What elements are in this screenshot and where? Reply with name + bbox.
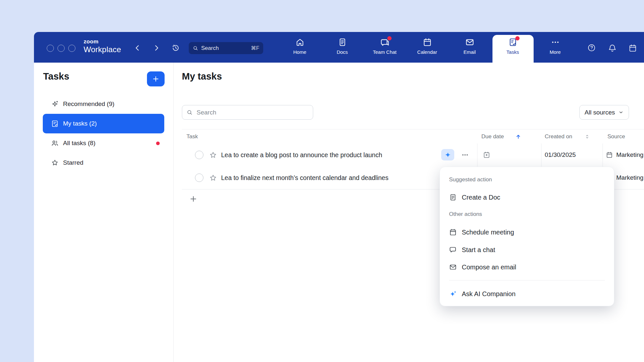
window-control[interactable] — [47, 45, 54, 52]
add-due-date-icon[interactable] — [483, 151, 491, 159]
notification-dot — [387, 36, 392, 40]
suggested-actions-menu: Suggested action Create a Doc Other acti… — [440, 167, 614, 306]
people-icon — [51, 139, 59, 147]
ai-sparkle-icon — [444, 151, 451, 158]
notification-dot — [515, 36, 520, 40]
nav-more[interactable]: More — [535, 32, 575, 63]
ai-sparkle-icon — [449, 290, 457, 298]
menu-item-ask-ai-companion[interactable]: Ask AI Companion — [449, 287, 607, 301]
window-control[interactable] — [57, 45, 65, 52]
search-icon — [193, 45, 198, 51]
star-icon — [51, 159, 59, 167]
logo-workplace-text: Workplace — [84, 46, 121, 53]
back-chevron-icon[interactable] — [133, 44, 142, 52]
sidebar-item-label: All tasks (8) — [63, 140, 95, 147]
sidebar-item-recommended[interactable]: Recommended (9) — [43, 94, 164, 114]
sort-toggle-icon[interactable] — [584, 134, 590, 140]
column-header-due-date[interactable]: Due date — [481, 133, 504, 140]
help-icon[interactable] — [587, 43, 596, 52]
sources-filter-dropdown[interactable]: All sources — [579, 105, 629, 120]
task-source-label: Marketing — [616, 174, 643, 181]
sort-ascending-icon[interactable] — [515, 133, 522, 140]
forward-chevron-icon[interactable] — [152, 44, 161, 52]
new-task-plus-button[interactable] — [189, 195, 198, 203]
global-search-placeholder: Search — [201, 45, 219, 52]
team-chat-icon — [380, 38, 390, 47]
sidebar-item-my-tasks[interactable]: My tasks (2) — [43, 114, 164, 133]
sources-filter-label: All sources — [585, 109, 615, 116]
nav-label: Home — [293, 49, 306, 55]
nav-label: More — [550, 49, 561, 55]
sidebar-item-starred[interactable]: Starred — [43, 153, 164, 173]
page-title: My tasks — [182, 71, 222, 82]
window-control[interactable] — [68, 45, 75, 52]
task-checkbox[interactable] — [195, 151, 203, 159]
calendar-icon — [423, 38, 432, 47]
doc-icon — [449, 193, 457, 201]
nav-home[interactable]: Home — [280, 32, 320, 63]
task-search-input[interactable] — [196, 109, 309, 116]
calendar-icon[interactable] — [628, 44, 637, 53]
docs-icon — [338, 38, 347, 47]
ai-companion-button[interactable] — [441, 149, 454, 160]
nav-calendar[interactable]: Calendar — [407, 32, 447, 63]
global-search[interactable]: Search ⌘F — [189, 42, 263, 54]
notification-dot — [156, 142, 160, 145]
logo-zoom-text: zoom — [84, 39, 121, 44]
sidebar-item-label: My tasks (2) — [63, 120, 97, 127]
menu-item-label: Start a chat — [462, 246, 495, 254]
menu-item-schedule-meeting[interactable]: Schedule meeting — [449, 225, 607, 239]
menu-item-label: Schedule meeting — [462, 229, 514, 236]
topbar: zoom Workplace Search ⌘F — [34, 32, 644, 63]
sparkles-icon — [51, 100, 59, 108]
calendar-icon — [449, 228, 457, 236]
nav-tasks[interactable]: Tasks — [492, 32, 533, 63]
nav-team-chat[interactable]: Team Chat — [364, 32, 405, 63]
menu-section-header: Other actions — [449, 211, 482, 218]
column-header-source[interactable]: Source — [607, 133, 625, 140]
nav-label: Calendar — [417, 49, 437, 55]
calendar-icon — [606, 151, 613, 158]
task-source[interactable]: Marketing — [606, 143, 644, 166]
menu-item-label: Ask AI Companion — [462, 290, 516, 298]
sidebar: Tasks Recommended (9) — [34, 63, 174, 362]
menu-item-label: Compose an email — [462, 264, 516, 271]
add-task-button[interactable] — [147, 71, 165, 86]
plus-icon — [152, 75, 160, 83]
task-title: Lea to finalize next month’s content cal… — [221, 166, 388, 189]
envelope-icon — [449, 263, 457, 271]
menu-divider — [449, 280, 605, 280]
table-header: Task Due date Created on Source — [182, 129, 644, 144]
sidebar-item-all-tasks[interactable]: All tasks (8) — [43, 133, 164, 153]
home-icon — [295, 38, 305, 47]
nav-email[interactable]: Email — [449, 32, 490, 63]
search-icon — [186, 109, 193, 115]
more-icon — [551, 38, 560, 47]
chevron-down-icon — [618, 110, 624, 115]
column-header-task[interactable]: Task — [186, 133, 198, 140]
star-icon[interactable] — [209, 174, 217, 182]
tasks-icon — [508, 38, 518, 47]
more-actions-icon[interactable] — [461, 151, 469, 159]
search-shortcut: ⌘F — [251, 45, 259, 51]
bell-icon[interactable] — [608, 43, 617, 53]
menu-item-compose-email[interactable]: Compose an email — [449, 260, 607, 274]
sidebar-title: Tasks — [43, 71, 69, 82]
task-title: Lea to create a blog post to announce th… — [221, 143, 382, 166]
column-header-created-on[interactable]: Created on — [545, 133, 572, 140]
menu-item-create-doc[interactable]: Create a Doc — [449, 190, 607, 204]
nav-label: Tasks — [507, 49, 519, 55]
nav-label: Docs — [337, 49, 348, 55]
star-icon[interactable] — [209, 151, 217, 159]
task-checkbox[interactable] — [195, 173, 203, 182]
sidebar-item-label: Recommended (9) — [63, 100, 114, 108]
menu-item-start-chat[interactable]: Start a chat — [449, 243, 607, 257]
chat-bubble-icon — [449, 246, 457, 254]
task-search — [182, 105, 313, 120]
plus-icon — [189, 195, 198, 203]
task-created-date: 01/30/2025 — [545, 143, 576, 166]
task-list-icon — [51, 120, 59, 128]
history-icon[interactable] — [171, 44, 180, 52]
nav-docs[interactable]: Docs — [322, 32, 362, 63]
task-source-label: Marketing — [616, 151, 643, 158]
